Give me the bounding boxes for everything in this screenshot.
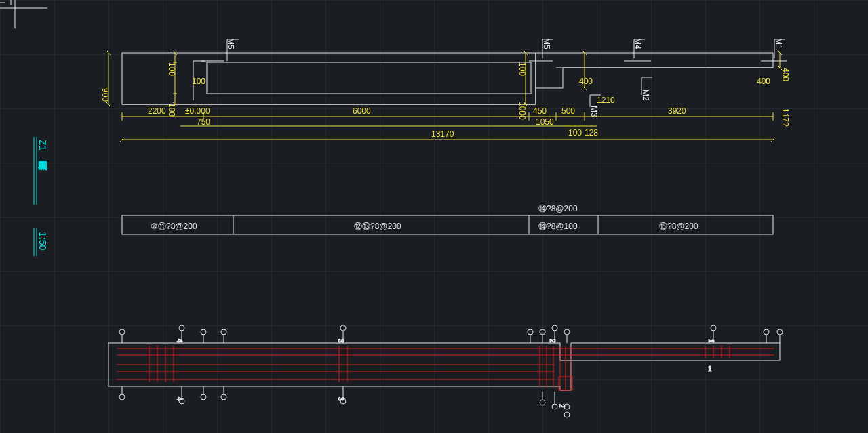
svg-point-80 <box>528 329 533 335</box>
svg-point-60 <box>179 325 184 331</box>
label-m5b: M5 <box>542 38 551 49</box>
label-m5a: M5 <box>226 38 235 49</box>
dim-r1000: 1000 <box>517 102 527 120</box>
dim-450: 450 <box>533 106 547 116</box>
svg-point-89 <box>540 400 545 405</box>
svg-point-72 <box>221 394 226 400</box>
svg-point-82 <box>552 325 557 331</box>
svg-point-56 <box>119 329 125 335</box>
svg-text:2: 2 <box>549 339 556 343</box>
origin-marker <box>0 0 47 28</box>
svg-point-81 <box>540 329 545 335</box>
label-m2: M2 <box>641 89 650 101</box>
dimensions: 900 100 100 100 ±0.000 100 1000 400 400 … <box>100 53 790 140</box>
dim-400b: 400 <box>781 68 790 81</box>
drawing-svg: M5 M5 M4 M1 M2 M3 900 100 100 100 ±0.000 <box>0 0 868 433</box>
svg-text:4: 4 <box>176 397 183 401</box>
cell3: ⑭?8@100 <box>538 222 578 231</box>
drawing-scale: 1:50 <box>37 232 48 250</box>
svg-rect-5 <box>207 62 531 94</box>
cad-canvas[interactable]: M5 M5 M4 M1 M2 M3 900 100 100 100 ±0.000 <box>0 0 868 433</box>
dim-100b: 100 <box>167 103 176 117</box>
dim-1210: 1210 <box>597 96 615 105</box>
dim-400a: 400 <box>579 77 593 86</box>
dim-900: 900 <box>100 88 110 102</box>
dim-r100: 100 <box>517 62 527 76</box>
svg-text:1: 1 <box>707 339 715 343</box>
bottom-elevation <box>108 343 780 390</box>
svg-point-74 <box>340 325 346 331</box>
svg-point-92 <box>564 412 570 417</box>
dim-3920: 3920 <box>668 106 686 116</box>
svg-point-96 <box>711 325 716 331</box>
dim-2200: 2200 <box>148 106 166 116</box>
dim-750: 750 <box>197 117 210 127</box>
rebar-table: ⑩⑪?8@200 ⑫⑬?8@200 ⑭?8@200 ⑭?8@100 ⑮?8@20… <box>122 204 773 234</box>
dim-zero: ±0.000 <box>185 106 210 116</box>
dim-6000: 6000 <box>353 106 371 116</box>
svg-point-70 <box>221 329 226 335</box>
cell1: ⑩⑪?8@200 <box>151 222 197 231</box>
svg-text:3: 3 <box>337 397 344 401</box>
svg-point-58 <box>119 394 125 400</box>
svg-text:1: 1 <box>708 365 712 373</box>
svg-point-102 <box>777 329 783 335</box>
dim-total: 13170 <box>431 129 454 139</box>
svg-text:3: 3 <box>337 339 344 343</box>
label-m1: M1 <box>774 38 783 49</box>
dim-128: 128 <box>585 128 598 138</box>
dim-tiny: 117? <box>781 108 790 127</box>
svg-point-90 <box>552 404 557 409</box>
svg-point-100 <box>764 329 769 335</box>
svg-point-83 <box>564 329 570 335</box>
dim-100c: 100 <box>192 77 205 86</box>
dim-1050: 1050 <box>536 117 554 127</box>
cell2: ⑫⑬?8@200 <box>354 222 401 231</box>
drawing-title: Z1 枕表面双底箍图 <box>37 140 48 171</box>
dim-100a: 100 <box>167 62 176 76</box>
svg-point-66 <box>201 329 206 335</box>
svg-rect-4 <box>122 53 536 104</box>
dim-100d: 100 <box>568 128 582 138</box>
top-elevation <box>122 39 787 107</box>
svg-point-68 <box>201 394 206 400</box>
dim-500: 500 <box>561 106 575 116</box>
svg-text:2: 2 <box>558 404 566 408</box>
svg-text:4: 4 <box>176 339 183 343</box>
label-m4: M4 <box>633 38 642 49</box>
cell4: ⑮?8@200 <box>659 222 698 231</box>
label-m3: M3 <box>589 106 599 117</box>
dim-400c: 400 <box>757 77 770 86</box>
cell3t: ⑭?8@200 <box>538 204 578 213</box>
